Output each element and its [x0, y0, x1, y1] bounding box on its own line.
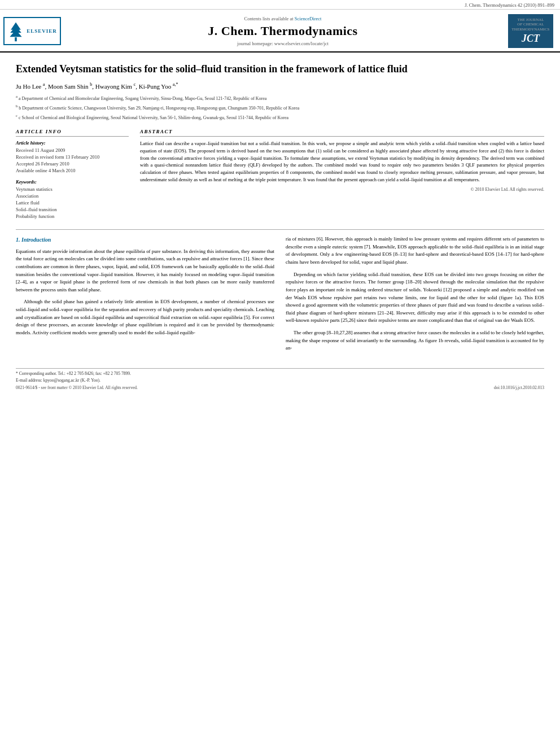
- affiliations: a a Department of Chemical and Biomolecu…: [16, 94, 544, 121]
- intro-para-5: The other group [8–10,27,28] assumes tha…: [286, 329, 544, 352]
- body-two-col: 1. Introduction Equations of state provi…: [16, 235, 544, 357]
- journal-header: ELSEVIER Contents lists available at Sci…: [0, 10, 560, 53]
- sciencedirect-link[interactable]: ScienceDirect: [295, 16, 322, 21]
- accepted-date: Accepted 26 February 2010: [16, 161, 129, 167]
- doi-note: doi:10.1016/j.jct.2010.02.013: [494, 385, 544, 390]
- journal-name: J. Chem. Thermodynamics: [58, 24, 508, 38]
- footnote-email: E-mail address: kpyoo@sogang.ac.kr (K.-P…: [16, 378, 544, 383]
- elsevier-tree-icon: [7, 20, 24, 42]
- elsevier-logo: ELSEVIER: [7, 17, 58, 45]
- jct-subtitle-text: THE JOURNALOF CHEMICALTHERMODYNAMICS: [512, 18, 550, 32]
- article-history: Article history: Received 11 August 2009…: [16, 140, 129, 173]
- keyword-5: Probability function: [16, 213, 129, 219]
- elsevier-logo-box: ELSEVIER: [3, 17, 61, 45]
- journal-homepage: journal homepage: www.elsevier.com/locat…: [58, 41, 508, 46]
- intro-para-1: Equations of state provide information a…: [16, 248, 274, 294]
- keyword-2: Association: [16, 193, 129, 199]
- footer: * Corresponding author. Tel.: +82 2 705 …: [16, 368, 544, 390]
- issn-note: 0021-9614/$ - see front matter © 2010 El…: [16, 385, 138, 390]
- body-col-left: 1. Introduction Equations of state provi…: [16, 235, 274, 357]
- svg-marker-3: [10, 30, 22, 37]
- svg-rect-0: [15, 37, 17, 41]
- history-label: Article history:: [16, 140, 129, 146]
- received-date: Received 11 August 2009: [16, 147, 129, 153]
- journal-title-block: Contents lists available at ScienceDirec…: [58, 16, 508, 46]
- intro-heading: 1. Introduction: [16, 235, 274, 244]
- main-content: Extended Veytsman statistics for the sol…: [0, 53, 560, 364]
- keyword-4: Solid–fluid transition: [16, 207, 129, 212]
- revised-date: Received in revised form 13 February 201…: [16, 154, 129, 160]
- keyword-1: Veytsman statistics: [16, 186, 129, 192]
- contents-line: Contents lists available at ScienceDirec…: [58, 16, 508, 21]
- copyright-line: © 2010 Elsevier Ltd. All rights reserved…: [140, 187, 544, 192]
- journal-citation: J. Chem. Thermodynamics 42 (2010) 891–89…: [0, 0, 560, 10]
- bottom-bar: 0021-9614/$ - see front matter © 2010 El…: [16, 385, 544, 390]
- affiliation-c: c c School of Chemical and Biological En…: [16, 113, 544, 121]
- article-title: Extended Veytsman statistics for the sol…: [16, 63, 544, 76]
- affiliation-b: b b Department of Cosmetic Science, Chan…: [16, 103, 544, 112]
- authors-line: Ju Ho Lee a, Moon Sam Shin b, Hwayong Ki…: [16, 82, 544, 90]
- intro-para-2: Although the solid phase has gained a re…: [16, 298, 274, 337]
- jct-logo: THE JOURNALOF CHEMICALTHERMODYNAMICS JCT: [508, 14, 553, 48]
- section-divider: [16, 229, 544, 230]
- article-info-header: Article Info: [16, 129, 129, 137]
- article-info-abstract: Article Info Article history: Received 1…: [16, 129, 544, 220]
- keywords-section: Keywords: Veytsman statistics Associatio…: [16, 179, 129, 219]
- body-col-right: ria of mixtures [6]. However, this appro…: [286, 235, 544, 357]
- intro-para-4: Depending on which factor yielding solid…: [286, 271, 544, 325]
- jct-acronym: JCT: [522, 33, 540, 45]
- footnote-star: * Corresponding author. Tel.: +82 2 705 …: [16, 371, 544, 376]
- affiliation-a: a a Department of Chemical and Biomolecu…: [16, 94, 544, 102]
- elsevier-text: ELSEVIER: [27, 28, 57, 34]
- keywords-label: Keywords:: [16, 179, 129, 185]
- abstract-col: Abstract Lattice fluid can describe a va…: [140, 129, 544, 220]
- abstract-header: Abstract: [140, 129, 544, 137]
- intro-para-3: ria of mixtures [6]. However, this appro…: [286, 235, 544, 267]
- article-info-col: Article Info Article history: Received 1…: [16, 129, 129, 220]
- abstract-text: Lattice fluid can describe a vapor–liqui…: [140, 140, 544, 184]
- available-date: Available online 4 March 2010: [16, 168, 129, 173]
- keyword-3: Lattice fluid: [16, 200, 129, 206]
